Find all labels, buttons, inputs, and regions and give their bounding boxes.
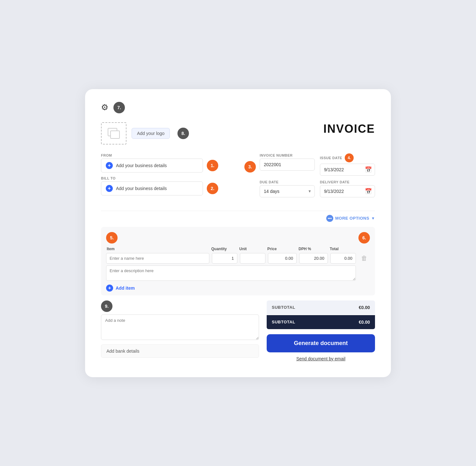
from-plus-icon: + <box>106 162 113 169</box>
add-item-label: Add item <box>116 286 135 291</box>
due-date-select[interactable]: 14 days 30 days 60 days <box>260 185 315 197</box>
from-row: + Add your business details 1. <box>101 159 232 173</box>
bill-to-field[interactable]: + Add your business details <box>101 181 203 195</box>
generate-document-button[interactable]: Generate document <box>267 334 375 352</box>
col-header-unit: Unit <box>239 247 265 251</box>
subtotal-row-2: SUBTOTAL €0.00 <box>267 315 375 329</box>
step-7-badge: 7. <box>113 102 125 113</box>
step-1-badge: 1. <box>207 160 218 171</box>
from-section: FROM + Add your business details 1. <box>101 153 232 173</box>
item-description-row <box>106 265 370 282</box>
add-item-plus-icon: + <box>106 285 113 292</box>
note-textarea[interactable] <box>101 314 259 340</box>
item-total-input[interactable] <box>330 253 356 264</box>
item-price-input[interactable] <box>268 253 297 264</box>
note-area: 9. Add bank details <box>101 300 259 358</box>
add-logo-button[interactable]: Add your logo <box>132 128 170 139</box>
more-options-icon: ••• <box>326 215 333 222</box>
col-header-dph: DPH % <box>299 247 327 251</box>
item-name-input[interactable] <box>106 253 209 264</box>
item-dph-input[interactable] <box>299 253 328 264</box>
totals-area: SUBTOTAL €0.00 SUBTOTAL €0.00 Generate d… <box>267 300 375 361</box>
col-header-actions <box>358 247 369 251</box>
subtotal-2-label: SUBTOTAL <box>272 320 295 324</box>
form-row: FROM + Add your business details 1. BILL… <box>101 153 375 204</box>
invoice-number-input[interactable] <box>260 159 315 171</box>
from-field[interactable]: + Add your business details <box>101 159 203 173</box>
top-section: Add your logo 8. INVOICE <box>101 122 375 145</box>
delivery-date-label: DELIVERY DATE <box>320 180 375 184</box>
svg-rect-1 <box>111 131 119 138</box>
gear-icon[interactable]: ⚙ <box>101 102 108 112</box>
delivery-date-field: 📅 <box>320 185 375 197</box>
step-3-badge: 3. <box>244 161 256 173</box>
subtotal-1-label: SUBTOTAL <box>272 305 295 310</box>
more-options-row[interactable]: ••• MORE OPTIONS ▼ <box>101 215 375 222</box>
item-unit-input[interactable] <box>240 253 265 264</box>
issue-date-field: 📅 <box>320 164 375 176</box>
send-email-link[interactable]: Send document by email <box>267 356 375 361</box>
more-options-chevron-icon: ▼ <box>371 216 375 221</box>
invoice-bottom-fields: DUE DATE 14 days 30 days 60 days ▼ <box>260 180 375 197</box>
issue-date-label: ISSUE DATE <box>320 156 342 160</box>
col-header-total: Total <box>330 247 355 251</box>
subtotal-2-value: €0.00 <box>359 320 370 325</box>
step-6-badge: 6. <box>358 232 370 244</box>
due-date-label: DUE DATE <box>260 180 315 184</box>
invoice-card: ⚙ 7. Add your logo 8. INVOICE FROM + <box>85 89 391 377</box>
invoice-number-label: INVOICE NUMBER <box>260 153 315 157</box>
item-row: 🗑 <box>106 253 370 264</box>
items-table-header: Item Quantity Unit Price DPH % Total <box>106 247 370 251</box>
bill-to-plus-icon: + <box>106 185 113 192</box>
col-header-quantity: Quantity <box>211 247 237 251</box>
item-delete-icon[interactable]: 🗑 <box>358 255 370 262</box>
item-quantity-input[interactable] <box>212 253 237 264</box>
from-label: FROM <box>101 153 232 157</box>
bill-to-label: BILL TO <box>101 176 232 180</box>
invoice-top-fields: INVOICE NUMBER ISSUE DATE 4. 📅 <box>260 153 375 176</box>
step-2-badge: 2. <box>207 183 218 194</box>
invoice-title: INVOICE <box>323 122 375 136</box>
more-options-label: MORE OPTIONS <box>335 216 369 221</box>
address-section: FROM + Add your business details 1. BILL… <box>101 153 232 195</box>
logo-area: Add your logo 8. <box>101 122 189 145</box>
bank-details-button[interactable]: Add bank details <box>101 344 259 358</box>
issue-date-calendar-icon[interactable]: 📅 <box>365 166 372 173</box>
delivery-date-calendar-icon[interactable]: 📅 <box>365 188 372 195</box>
bill-to-section: BILL TO + Add your business details 2. <box>101 176 232 195</box>
note-header: 9. <box>101 300 259 312</box>
invoice-number-group: INVOICE NUMBER <box>260 153 315 176</box>
bottom-section: 9. Add bank details SUBTOTAL €0.00 SUBTO… <box>101 300 375 361</box>
step-8-badge: 8. <box>177 128 189 139</box>
subtotal-1-value: €0.00 <box>359 305 370 310</box>
delivery-date-group: DELIVERY DATE 📅 <box>320 180 375 197</box>
item-description-textarea[interactable] <box>106 265 356 281</box>
step-5-badge: 5. <box>106 232 118 244</box>
from-button-label: Add your business details <box>116 163 167 168</box>
issue-date-group: ISSUE DATE 4. 📅 <box>320 153 375 176</box>
due-date-select-wrap: 14 days 30 days 60 days ▼ <box>260 185 315 197</box>
subtotal-row-1: SUBTOTAL €0.00 <box>267 300 375 314</box>
bill-to-row: + Add your business details 2. <box>101 181 232 195</box>
toolbar: ⚙ 7. <box>101 102 375 113</box>
step-9-badge: 9. <box>101 300 112 312</box>
logo-placeholder <box>101 122 126 145</box>
step-4-badge: 4. <box>345 153 354 162</box>
divider <box>101 211 375 211</box>
col-header-price: Price <box>267 247 296 251</box>
due-date-group: DUE DATE 14 days 30 days 60 days ▼ <box>260 180 315 197</box>
bill-to-button-label: Add your business details <box>116 186 167 191</box>
invoice-fields: 3. INVOICE NUMBER ISSUE DATE 4. <box>244 153 375 204</box>
col-header-item: Item <box>107 247 209 251</box>
items-area: 5. 6. Item Quantity Unit Price DPH % Tot… <box>101 227 375 295</box>
add-item-button[interactable]: + Add item <box>106 285 370 292</box>
